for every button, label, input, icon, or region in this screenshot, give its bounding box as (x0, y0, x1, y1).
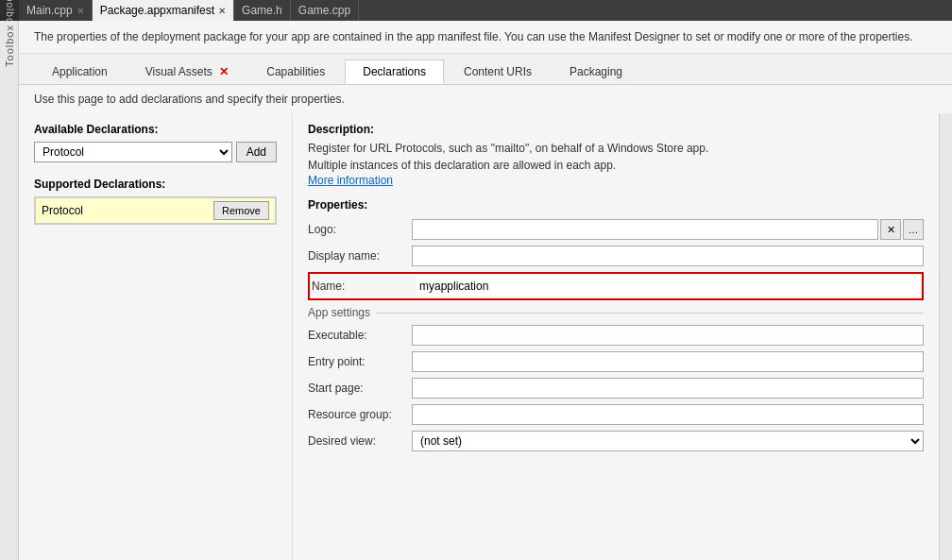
executable-field-row: Executable: (308, 325, 924, 346)
desired-view-select[interactable]: (not set) (412, 431, 924, 451)
logo-label: Logo: (308, 223, 412, 236)
tab-label: Package.appxmanifest (100, 4, 214, 17)
properties-title: Properties: (308, 198, 924, 212)
logo-field-row: Logo: ✕ … (308, 219, 924, 240)
name-field-row: Name: (308, 272, 924, 300)
page-instruction: Use this page to add declarations and sp… (19, 85, 952, 113)
supported-declarations-list: Protocol Remove (34, 196, 277, 225)
scroll-track[interactable] (939, 113, 952, 560)
toolbox-side-label: Toolbox (0, 0, 19, 21)
description-text: Register for URL Protocols, such as "mai… (308, 140, 924, 174)
tab-label: Main.cpp (26, 4, 73, 17)
tab-nav-packaging[interactable]: Packaging (552, 59, 640, 84)
entry-point-input[interactable] (412, 351, 924, 372)
remove-declaration-button[interactable]: Remove (213, 201, 269, 220)
tab-label: Game.h (242, 4, 282, 17)
display-name-input[interactable] (412, 246, 924, 266)
resource-group-label: Resource group: (308, 408, 412, 421)
declaration-item-label: Protocol (42, 204, 83, 217)
info-banner-text: The properties of the deployment package… (34, 30, 913, 43)
tab-nav-visual-assets[interactable]: Visual Assets ✕ (128, 59, 247, 84)
toolbox-panel: Toolbox (0, 21, 19, 560)
info-banner: The properties of the deployment package… (19, 21, 952, 54)
executable-label: Executable: (308, 329, 412, 342)
desired-view-label: Desired view: (308, 434, 412, 448)
add-declaration-button[interactable]: Add (236, 142, 277, 162)
page-content: Use this page to add declarations and sp… (19, 85, 952, 560)
start-page-field-row: Start page: (308, 378, 924, 399)
display-name-label: Display name: (308, 249, 412, 263)
tab-main-cpp[interactable]: Main.cpp ✕ (19, 0, 93, 21)
supported-declarations-label: Supported Declarations: (34, 178, 277, 191)
entry-point-label: Entry point: (308, 355, 412, 368)
tab-navigation: Application Visual Assets ✕ Capabilities… (19, 54, 952, 85)
tab-game-h[interactable]: Game.h (234, 0, 291, 21)
available-declarations-label: Available Declarations: (34, 123, 277, 136)
tab-bar: Toolbox Main.cpp ✕ Package.appxmanifest … (0, 0, 952, 21)
description-title: Description: (308, 123, 924, 136)
declaration-item-protocol[interactable]: Protocol Remove (35, 197, 276, 224)
main-area: Toolbox The properties of the deployment… (0, 21, 952, 560)
tab-label: Game.cpp (298, 4, 350, 17)
app-settings-label: App settings (308, 306, 370, 319)
resource-group-input[interactable] (412, 404, 924, 425)
app-settings-divider: App settings (308, 306, 924, 319)
more-information-link[interactable]: More information (308, 174, 393, 187)
available-declarations-select[interactable]: Protocol (34, 142, 232, 162)
tab-game-cpp[interactable]: Game.cpp (291, 0, 359, 21)
tab-nav-declarations[interactable]: Declarations (345, 59, 444, 84)
name-input[interactable] (416, 276, 920, 297)
right-panel: Description: Register for URL Protocols,… (293, 113, 939, 560)
visual-assets-error-icon: ✕ (219, 65, 229, 78)
name-label: Name: (312, 280, 416, 293)
executable-input[interactable] (412, 325, 924, 346)
available-declarations-row: Protocol Add (34, 142, 277, 162)
desired-view-field-row: Desired view: (not set) (308, 431, 924, 451)
logo-input[interactable] (412, 219, 878, 240)
description-section: Description: Register for URL Protocols,… (308, 123, 924, 187)
display-name-field-row: Display name: (308, 246, 924, 266)
start-page-label: Start page: (308, 382, 412, 395)
tab-package-appxmanifest[interactable]: Package.appxmanifest ✕ (93, 0, 234, 21)
tab-close-main-cpp[interactable]: ✕ (76, 6, 84, 16)
tab-nav-application[interactable]: Application (34, 59, 126, 84)
left-panel: Available Declarations: Protocol Add Sup… (19, 113, 293, 560)
tab-close-package[interactable]: ✕ (218, 6, 226, 16)
logo-clear-button[interactable]: ✕ (880, 219, 901, 240)
two-column-layout: Available Declarations: Protocol Add Sup… (19, 113, 952, 560)
start-page-input[interactable] (412, 378, 924, 399)
toolbox-label: Toolbox (4, 25, 15, 67)
content-area: The properties of the deployment package… (19, 21, 952, 560)
logo-browse-button[interactable]: … (903, 219, 924, 240)
entry-point-field-row: Entry point: (308, 351, 924, 372)
logo-input-group: ✕ … (412, 219, 924, 240)
resource-group-field-row: Resource group: (308, 404, 924, 425)
tab-nav-capabilities[interactable]: Capabilities (248, 59, 343, 84)
tab-nav-content-uris[interactable]: Content URIs (446, 59, 550, 84)
